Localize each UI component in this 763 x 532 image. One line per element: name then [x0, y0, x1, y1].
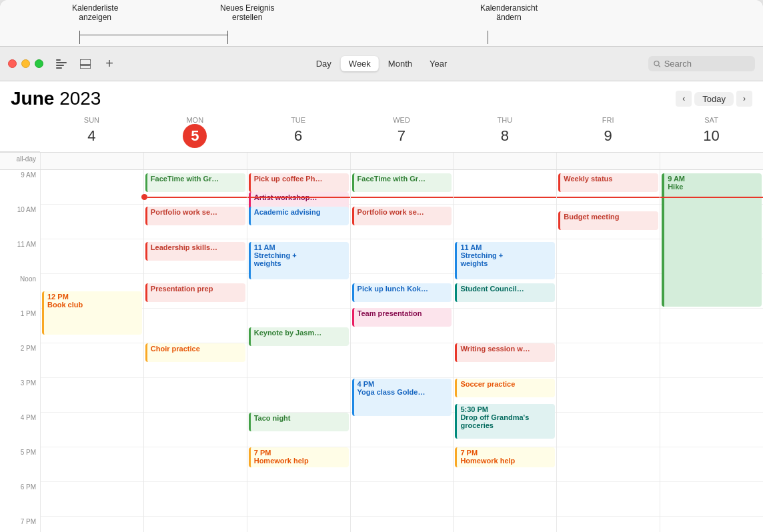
calendar-header: June 2023 ‹ Today ›	[0, 81, 763, 113]
event-facetime-mon[interactable]: FaceTime with Gr…	[145, 173, 245, 192]
time-7pm: 7 PM	[0, 517, 40, 532]
day-header-sun: SUN 4	[40, 113, 143, 152]
calendar-window: Kalenderlisteanzeigen Neues Ereigniserst…	[0, 0, 763, 532]
calendar-title: June 2023	[11, 88, 101, 109]
svg-rect-2	[56, 65, 64, 66]
svg-line-7	[659, 65, 660, 67]
days-grid: 12 PM Book club	[40, 170, 763, 532]
allday-sat	[660, 153, 763, 169]
allday-fri	[556, 153, 660, 169]
allday-tue	[247, 153, 350, 169]
allday-wed	[350, 153, 454, 169]
traffic-lights	[8, 59, 43, 68]
time-noon: Noon	[0, 274, 40, 309]
annotation-cal-view: Kalenderansichtändern	[480, 3, 538, 22]
today-button[interactable]: Today	[694, 92, 734, 106]
event-stretching-thu[interactable]: 11 AM Stretching + weights	[455, 242, 555, 279]
next-week-button[interactable]: ›	[736, 91, 752, 107]
current-time-bar-thu	[454, 197, 556, 198]
maximize-button[interactable]	[35, 59, 43, 68]
view-tabs: Day Week Month Year	[308, 56, 456, 71]
day-col-tue: Pick up coffee Ph… Artist workshop… Acad…	[247, 170, 350, 532]
event-pickup-coffee[interactable]: Pick up coffee Ph…	[249, 173, 349, 192]
tab-month[interactable]: Month	[380, 56, 420, 71]
event-facetime-wed[interactable]: FaceTime with Gr…	[352, 173, 452, 192]
event-student-council[interactable]: Student Council…	[455, 283, 555, 302]
annotation-line-3	[488, 31, 488, 44]
event-stretching-tue[interactable]: 11 AM Stretching + weights	[249, 242, 349, 279]
search-input[interactable]	[664, 59, 750, 69]
event-taco-night[interactable]: Taco night	[249, 413, 349, 431]
annotation-line-1	[79, 31, 80, 44]
day-header-thu: THU 8	[453, 113, 556, 152]
close-button[interactable]	[8, 59, 17, 68]
allday-row: all-day	[0, 153, 763, 170]
time-6pm: 6 PM	[0, 482, 40, 517]
prev-week-button[interactable]: ‹	[676, 91, 692, 107]
allday-label: all-day	[0, 153, 40, 169]
day-header-mon: MON 5	[143, 113, 247, 152]
day-header-sat: SAT 10	[660, 113, 763, 152]
event-weekly-status[interactable]: Weekly status	[558, 173, 658, 192]
current-time-bar-mon	[147, 197, 247, 198]
annotation-calendar-list: Kalenderlisteanzeigen	[72, 3, 118, 22]
event-portfolio-wed[interactable]: Portfolio work se…	[352, 207, 452, 225]
event-choir-practice[interactable]: Choir practice	[145, 343, 245, 362]
tab-year[interactable]: Year	[422, 56, 455, 71]
tab-week[interactable]: Week	[341, 56, 379, 71]
event-academic-advising[interactable]: Academic advising	[249, 207, 349, 225]
day-col-mon: FaceTime with Gr… Portfolio work se… Lea…	[143, 170, 247, 532]
event-homework-help-thu[interactable]: 7 PM Homework help	[455, 447, 555, 467]
svg-rect-1	[56, 62, 67, 63]
event-book-club[interactable]: 12 PM Book club	[42, 291, 142, 335]
day-header-fri: FRI 9	[556, 113, 660, 152]
allday-thu	[453, 153, 556, 169]
calendar-list-icon[interactable]	[53, 55, 70, 73]
event-writing-session[interactable]: Writing session w…	[455, 343, 555, 362]
search-box[interactable]	[648, 56, 755, 71]
event-pickup-lunch[interactable]: Pick up lunch Kok…	[352, 283, 452, 302]
time-1pm: 1 PM	[0, 309, 40, 343]
time-9am: 9 AM	[0, 170, 40, 205]
event-portfolio-mon[interactable]: Portfolio work se…	[145, 207, 245, 225]
day-col-wed: FaceTime with Gr… Portfolio work se… Pic…	[350, 170, 454, 532]
annotation-new-event: Neues Ereigniserstellen	[220, 3, 274, 22]
time-3pm: 3 PM	[0, 378, 40, 413]
event-homework-help-tue[interactable]: 7 PM Homework help	[249, 447, 349, 467]
day-col-thu: 11 AM Stretching + weights Student Counc…	[453, 170, 556, 532]
day-col-fri: Weekly status Budget meeting	[556, 170, 660, 532]
event-soccer-practice[interactable]: Soccer practice	[455, 379, 555, 397]
day-headers: SUN 4 MON 5 TUE 6 WED 7 THU 8 FRI 9 SAT …	[0, 113, 763, 153]
time-11am: 11 AM	[0, 239, 40, 274]
day-col-sun: 12 PM Book club	[40, 170, 143, 532]
event-hike[interactable]: 9 AM Hike	[662, 173, 762, 307]
search-icon	[654, 60, 661, 68]
svg-point-6	[654, 61, 659, 65]
annotation-line-2	[227, 31, 228, 44]
event-dropoff-groceries[interactable]: 5:30 PM Drop off Grandma's groceries	[455, 404, 555, 439]
tab-day[interactable]: Day	[308, 56, 339, 71]
titlebar: + Day Week Month Year	[0, 47, 763, 81]
nav-today-area: ‹ Today ›	[676, 91, 752, 107]
current-time-bar-fri	[557, 197, 660, 198]
svg-rect-3	[56, 67, 62, 69]
minimize-button[interactable]	[21, 59, 30, 68]
add-event-button[interactable]: +	[101, 55, 118, 73]
time-5pm: 5 PM	[0, 447, 40, 482]
event-budget-meeting[interactable]: Budget meeting	[558, 211, 658, 230]
day-col-sat: 9 AM Hike	[660, 170, 763, 532]
current-time-bar-sat	[660, 197, 763, 198]
inbox-icon[interactable]	[77, 55, 94, 73]
toolbar-right	[648, 56, 755, 71]
event-presentation-prep[interactable]: Presentation prep	[145, 283, 245, 302]
calendar-body: 9 AM 10 AM 11 AM Noon 1 PM 2 PM 3 PM 4 P…	[0, 170, 763, 532]
allday-mon	[143, 153, 247, 169]
time-4pm: 4 PM	[0, 413, 40, 447]
current-time-bar-tue	[247, 197, 350, 198]
event-leadership-mon[interactable]: Leadership skills…	[145, 242, 245, 261]
current-time-bar-wed	[351, 197, 454, 198]
event-keynote[interactable]: Keynote by Jasm…	[249, 327, 349, 346]
event-yoga-class[interactable]: 4 PM Yoga class Golde…	[352, 379, 452, 416]
event-team-presentation[interactable]: Team presentation	[352, 308, 452, 327]
time-2pm: 2 PM	[0, 343, 40, 378]
